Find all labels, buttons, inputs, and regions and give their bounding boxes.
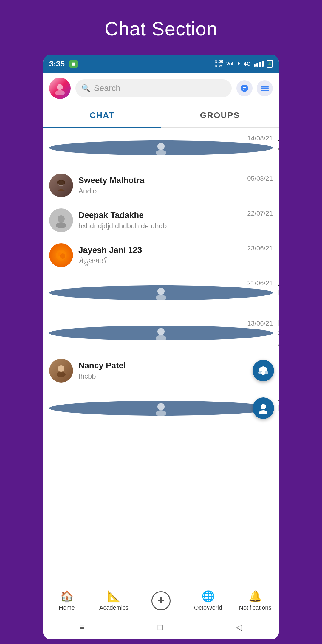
chat-name-8: Arjun Kumar	[278, 394, 279, 413]
chat-name-7: Nancy Patel	[78, 361, 273, 370]
svg-point-26	[261, 366, 266, 371]
fab-user[interactable]	[253, 397, 274, 419]
chat-time-1: 14/08/21	[247, 134, 273, 142]
chat-item-8[interactable]: Arjun Kumar Image	[43, 388, 279, 428]
chat-list: Ankur Joshi Image 14/08/21 Sweety Malhot…	[43, 128, 279, 585]
svg-point-20	[157, 328, 165, 335]
fab-group[interactable]	[253, 360, 274, 381]
svg-point-33	[259, 410, 267, 414]
nav-octoworld-label: OctoWorld	[194, 604, 222, 611]
chat-preview-2: Audio	[78, 187, 273, 195]
chat-name-2: Sweety Malhotra	[78, 176, 273, 185]
chat-preview-6: Audio	[278, 339, 279, 348]
volte-badge: VoLTE	[226, 61, 241, 66]
svg-rect-7	[261, 88, 269, 89]
chat-info-6: Bharat Sinha Audio	[278, 318, 279, 348]
status-bar: 3:35 ▣ 5.00 KB/S VoLTE 4G 4	[43, 55, 279, 73]
chat-time-6: 13/06/21	[247, 320, 273, 327]
svg-point-21	[156, 335, 166, 340]
search-bar[interactable]: 🔍 Search	[75, 79, 232, 97]
battery-icon: 4	[267, 60, 273, 68]
chat-item-7[interactable]: Nancy Patel fhcbb	[43, 353, 279, 388]
chat-item-1[interactable]: Ankur Joshi Image 14/08/21	[43, 128, 279, 168]
avatar-bharat-sinha	[49, 326, 273, 340]
chat-info-8: Arjun Kumar Image	[278, 394, 279, 423]
chat-bubble-icon	[240, 84, 249, 92]
chat-info-1: Ankur Joshi Image	[278, 133, 279, 162]
svg-point-18	[157, 288, 165, 295]
svg-point-12	[57, 180, 65, 185]
status-time: 3:35	[49, 59, 65, 69]
nav-academics-label: Academics	[99, 604, 129, 611]
svg-rect-8	[261, 90, 269, 91]
svg-point-5	[245, 88, 246, 89]
chat-item-5[interactable]: Ankit Patel Image 21/06/21	[43, 273, 279, 313]
avatar-arjun-kumar	[49, 401, 273, 416]
network-type: 4G	[244, 61, 251, 67]
bell-icon: 🔔	[249, 590, 262, 603]
page-title: Chat Section	[105, 18, 217, 40]
menu-button[interactable]	[257, 80, 273, 96]
chat-name-6: Bharat Sinha	[278, 318, 279, 338]
signal-bars	[254, 61, 264, 67]
nav-octoworld[interactable]: 🌐 OctoWorld	[185, 590, 232, 611]
chat-info-4: Jayesh Jani 123 મેહુલભાઈ	[78, 245, 273, 265]
user-profile-avatar[interactable]	[49, 78, 71, 99]
nav-notifications[interactable]: 🔔 Notifications	[232, 590, 279, 611]
chat-preview-7: fhcbb	[78, 372, 273, 380]
chat-name-4: Jayesh Jani 123	[78, 245, 273, 255]
avatar-jayesh-jani	[49, 243, 73, 267]
avatar-nancy-patel	[49, 359, 73, 383]
chat-info-2: Sweety Malhotra Audio	[78, 176, 273, 195]
svg-point-19	[156, 295, 166, 300]
avatar-ankur-joshi	[49, 140, 273, 155]
phone-container: 3:35 ▣ 5.00 KB/S VoLTE 4G 4	[43, 55, 279, 639]
nav-home-button[interactable]: □	[146, 620, 175, 634]
chat-time-5: 21/06/21	[247, 279, 273, 287]
chat-item-3[interactable]: Deepak Tadakhe hxhdndjdjd dhdbdh de dhdb…	[43, 203, 279, 238]
system-nav: ≡ □ ◁	[43, 615, 279, 639]
chat-item-6[interactable]: Bharat Sinha Audio 13/06/21	[43, 313, 279, 353]
svg-point-29	[261, 371, 265, 375]
status-right: 5.00 KB/S VoLTE 4G 4	[215, 59, 273, 68]
nav-menu-button[interactable]: ≡	[68, 620, 96, 634]
chat-time-4: 23/06/21	[247, 244, 273, 252]
chat-item-4[interactable]: Jayesh Jani 123 મેહુલભાઈ 23/06/21	[43, 238, 279, 273]
nav-back-button[interactable]: ◁	[224, 620, 254, 634]
chat-preview-4: મેહુલભાઈ	[78, 257, 273, 265]
svg-point-30	[157, 403, 165, 410]
tab-groups[interactable]: GROUPS	[161, 104, 279, 127]
chat-time-2: 05/08/21	[247, 175, 273, 182]
user-icon	[258, 402, 269, 414]
nav-home-label: Home	[59, 604, 75, 611]
chat-icon-button[interactable]	[236, 80, 253, 96]
chat-info-3: Deepak Tadakhe hxhdndjdjd dhdbdh de dhdb	[78, 210, 273, 230]
search-icon: 🔍	[81, 84, 90, 92]
avatar-deepak-tadakhe	[49, 208, 73, 232]
tab-chat[interactable]: CHAT	[43, 104, 161, 128]
nav-home[interactable]: 🏠 Home	[43, 590, 90, 611]
group-icon	[258, 365, 269, 376]
chat-preview-5: Image	[278, 299, 279, 307]
nav-add[interactable]: ✚	[137, 591, 185, 610]
add-badge-icon: ✚	[151, 591, 171, 610]
svg-point-1	[55, 90, 65, 95]
chat-name-5: Ankit Patel	[278, 278, 279, 297]
chat-item-2[interactable]: Sweety Malhotra Audio 05/08/21	[43, 168, 279, 203]
svg-point-9	[157, 143, 165, 150]
header-actions	[236, 80, 273, 96]
nav-academics[interactable]: 📐 Academics	[90, 590, 137, 611]
chat-preview-3: hxhdndjdjd dhdbdh de dhdb	[78, 222, 273, 230]
svg-point-32	[261, 404, 266, 409]
svg-point-14	[56, 222, 66, 228]
chat-info-7: Nancy Patel fhcbb	[78, 361, 273, 380]
chat-preview-1: Image	[278, 154, 279, 162]
hamburger-icon	[261, 84, 269, 92]
bottom-nav: 🏠 Home 📐 Academics ✚ 🌐 OctoWorld 🔔 Notif…	[43, 585, 279, 615]
status-indicator: ▣	[69, 60, 78, 68]
chat-name-1: Ankur Joshi	[278, 133, 279, 152]
app-header: 🔍 Search	[43, 73, 279, 104]
chat-time-3: 22/07/21	[247, 210, 273, 217]
nav-notifications-label: Notifications	[239, 604, 272, 611]
globe-icon: 🌐	[202, 590, 215, 603]
